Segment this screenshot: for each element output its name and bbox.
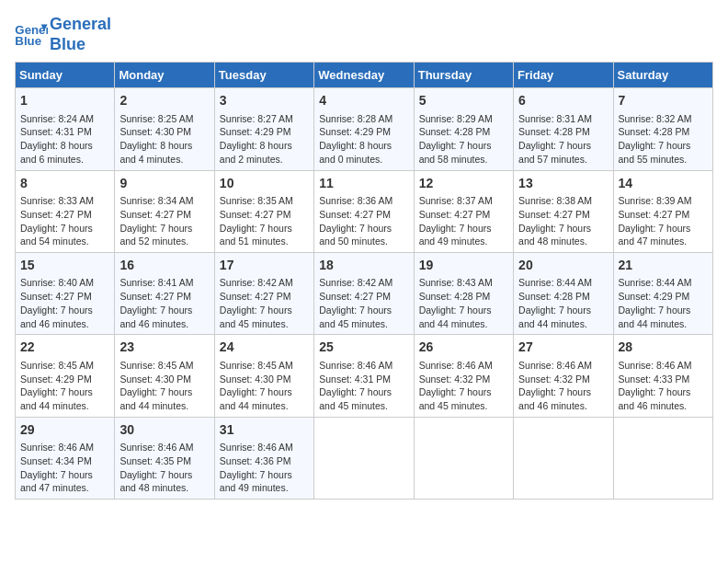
cell-info: Sunrise: 8:45 AM (220, 359, 309, 373)
cell-info: Sunset: 4:27 PM (20, 208, 109, 222)
calendar-cell: 6Sunrise: 8:31 AMSunset: 4:28 PMDaylight… (514, 88, 613, 170)
cell-info: and 52 minutes. (119, 235, 209, 248)
cell-info: and 49 minutes. (419, 235, 508, 248)
day-number: 7 (619, 92, 708, 110)
cell-info: Sunrise: 8:46 AM (518, 359, 608, 373)
cell-info: and 44 minutes. (20, 399, 109, 413)
cell-info: and 55 minutes. (619, 153, 708, 167)
cell-info: Daylight: 7 hours (220, 385, 309, 399)
cell-info: Daylight: 8 hours (119, 139, 209, 153)
cell-info: and 4 minutes. (119, 153, 209, 167)
cell-info: Daylight: 7 hours (220, 468, 309, 482)
day-number: 1 (20, 92, 109, 110)
cell-info: Sunrise: 8:27 AM (220, 112, 309, 126)
cell-info: Daylight: 7 hours (619, 222, 708, 236)
cell-info: and 0 minutes. (319, 153, 408, 167)
cell-info: and 44 minutes. (619, 317, 708, 331)
calendar-cell: 26Sunrise: 8:46 AMSunset: 4:32 PMDayligh… (414, 335, 513, 417)
calendar-cell: 3Sunrise: 8:27 AMSunset: 4:29 PMDaylight… (214, 88, 313, 170)
calendar-cell: 16Sunrise: 8:41 AMSunset: 4:27 PMDayligh… (115, 252, 214, 334)
cell-info: Sunrise: 8:44 AM (619, 276, 708, 290)
cell-info: and 46 minutes. (20, 317, 109, 331)
cell-info: Sunrise: 8:46 AM (220, 441, 309, 454)
cell-info: Daylight: 8 hours (319, 139, 408, 153)
day-number: 10 (220, 175, 309, 193)
logo-text: GeneralBlue (50, 15, 111, 54)
day-number: 27 (518, 339, 608, 357)
col-header-tuesday: Tuesday (214, 63, 313, 88)
cell-info: Sunrise: 8:39 AM (619, 194, 708, 208)
calendar-cell: 27Sunrise: 8:46 AMSunset: 4:32 PMDayligh… (514, 335, 613, 417)
cell-info: and 50 minutes. (319, 235, 408, 248)
cell-info: Sunset: 4:35 PM (119, 454, 209, 468)
day-number: 4 (319, 92, 408, 110)
cell-info: Sunrise: 8:36 AM (319, 194, 408, 208)
cell-info: Daylight: 7 hours (619, 385, 708, 399)
cell-info: Daylight: 7 hours (319, 222, 408, 236)
week-row-4: 22Sunrise: 8:45 AMSunset: 4:29 PMDayligh… (16, 335, 713, 417)
week-row-5: 29Sunrise: 8:46 AMSunset: 4:34 PMDayligh… (16, 417, 713, 499)
cell-info: Daylight: 8 hours (220, 139, 309, 153)
cell-info: Sunset: 4:27 PM (119, 208, 209, 222)
cell-info: and 44 minutes. (419, 317, 508, 331)
cell-info: Daylight: 7 hours (119, 385, 209, 399)
calendar-cell: 13Sunrise: 8:38 AMSunset: 4:27 PMDayligh… (514, 170, 613, 252)
calendar-cell: 22Sunrise: 8:45 AMSunset: 4:29 PMDayligh… (16, 335, 115, 417)
cell-info: Daylight: 7 hours (20, 304, 109, 317)
calendar-cell (613, 417, 712, 499)
calendar-cell: 23Sunrise: 8:45 AMSunset: 4:30 PMDayligh… (115, 335, 214, 417)
calendar-cell: 2Sunrise: 8:25 AMSunset: 4:30 PMDaylight… (115, 88, 214, 170)
day-number: 17 (220, 257, 309, 275)
cell-info: Sunset: 4:34 PM (20, 454, 109, 468)
calendar-cell: 19Sunrise: 8:43 AMSunset: 4:28 PMDayligh… (414, 252, 513, 334)
cell-info: and 48 minutes. (119, 481, 209, 495)
cell-info: Daylight: 7 hours (20, 222, 109, 236)
cell-info: Daylight: 7 hours (518, 222, 608, 236)
day-number: 28 (619, 339, 708, 357)
cell-info: and 45 minutes. (319, 317, 408, 331)
day-number: 25 (319, 339, 408, 357)
cell-info: Sunset: 4:29 PM (319, 125, 408, 139)
cell-info: Sunset: 4:27 PM (220, 208, 309, 222)
calendar-cell: 21Sunrise: 8:44 AMSunset: 4:29 PMDayligh… (613, 252, 712, 334)
calendar-cell (514, 417, 613, 499)
calendar-table: SundayMondayTuesdayWednesdayThursdayFrid… (15, 62, 713, 500)
day-number: 18 (319, 257, 408, 275)
cell-info: Daylight: 7 hours (419, 222, 508, 236)
cell-info: Sunrise: 8:46 AM (119, 441, 209, 454)
cell-info: Sunrise: 8:38 AM (518, 194, 608, 208)
cell-info: Daylight: 7 hours (119, 468, 209, 482)
day-number: 31 (220, 421, 309, 440)
cell-info: Sunrise: 8:25 AM (119, 112, 209, 126)
col-header-friday: Friday (514, 63, 613, 88)
calendar-cell: 18Sunrise: 8:42 AMSunset: 4:27 PMDayligh… (314, 252, 414, 334)
cell-info: Sunset: 4:28 PM (518, 290, 608, 304)
day-number: 6 (518, 92, 608, 110)
day-number: 13 (518, 175, 608, 193)
calendar-cell: 20Sunrise: 8:44 AMSunset: 4:28 PMDayligh… (514, 252, 613, 334)
day-number: 11 (319, 175, 408, 193)
cell-info: Sunset: 4:32 PM (419, 373, 508, 386)
cell-info: Sunset: 4:31 PM (20, 125, 109, 139)
day-number: 9 (119, 175, 209, 193)
cell-info: and 49 minutes. (220, 481, 309, 495)
cell-info: and 57 minutes. (518, 153, 608, 167)
cell-info: Daylight: 8 hours (20, 139, 109, 153)
cell-info: and 45 minutes. (220, 317, 309, 331)
cell-info: Sunset: 4:27 PM (619, 208, 708, 222)
day-number: 21 (619, 257, 708, 275)
calendar-cell: 4Sunrise: 8:28 AMSunset: 4:29 PMDaylight… (314, 88, 414, 170)
week-row-1: 1Sunrise: 8:24 AMSunset: 4:31 PMDaylight… (16, 88, 713, 170)
cell-info: Sunset: 4:28 PM (419, 290, 508, 304)
cell-info: Daylight: 7 hours (419, 304, 508, 317)
week-row-2: 8Sunrise: 8:33 AMSunset: 4:27 PMDaylight… (16, 170, 713, 252)
cell-info: Sunrise: 8:28 AM (319, 112, 408, 126)
cell-info: and 48 minutes. (518, 235, 608, 248)
cell-info: Sunset: 4:28 PM (419, 125, 508, 139)
cell-info: Sunset: 4:27 PM (319, 290, 408, 304)
cell-info: and 51 minutes. (220, 235, 309, 248)
calendar-cell: 10Sunrise: 8:35 AMSunset: 4:27 PMDayligh… (214, 170, 313, 252)
calendar-cell: 28Sunrise: 8:46 AMSunset: 4:33 PMDayligh… (613, 335, 712, 417)
week-row-3: 15Sunrise: 8:40 AMSunset: 4:27 PMDayligh… (16, 252, 713, 334)
cell-info: Sunset: 4:27 PM (319, 208, 408, 222)
